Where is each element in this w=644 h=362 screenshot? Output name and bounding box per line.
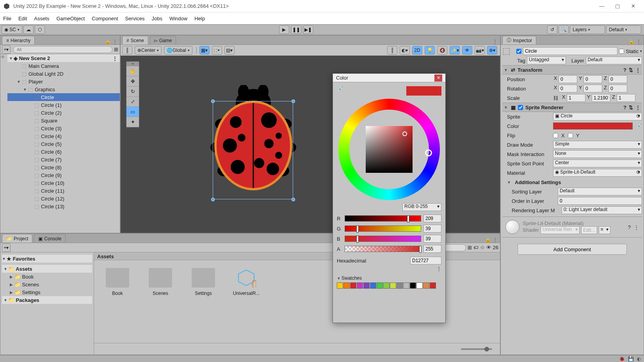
hierarchy-item[interactable]: ⬚Circle (8) bbox=[7, 163, 120, 171]
search-options-icon[interactable]: ⊞ bbox=[114, 46, 118, 52]
inspector-tab[interactable]: ⓘInspector bbox=[502, 36, 536, 44]
hue-cursor[interactable] bbox=[425, 149, 432, 156]
create-asset-dropdown[interactable]: +▾ bbox=[2, 243, 11, 252]
grid-visibility-button[interactable]: ▤▾ bbox=[224, 46, 235, 55]
lock-icon[interactable]: 🔒 bbox=[628, 39, 635, 44]
rect-tool[interactable]: ▭ bbox=[126, 107, 139, 117]
menu-help[interactable]: Help bbox=[194, 16, 205, 21]
hierarchy-tab[interactable]: ≡Hierarchy bbox=[2, 36, 35, 44]
position-z-input[interactable] bbox=[608, 75, 627, 83]
camera-button[interactable]: 📷▾ bbox=[475, 46, 485, 55]
asset-item[interactable]: {}UniversalR... bbox=[231, 268, 262, 335]
asset-item[interactable]: Settings bbox=[188, 268, 219, 335]
toolbar-drag-icon[interactable]: ║ bbox=[122, 46, 132, 55]
layout-dropdown[interactable]: Default bbox=[606, 25, 641, 34]
swatch-item[interactable] bbox=[370, 282, 376, 289]
sorting-layer-dropdown[interactable]: Default bbox=[558, 188, 642, 195]
preset-icon[interactable]: ⇅ bbox=[629, 67, 633, 73]
object-picker-icon[interactable]: ⊙ bbox=[636, 169, 640, 175]
component-menu-icon[interactable]: ⋮ bbox=[635, 67, 640, 73]
hierarchy-item[interactable]: ⬚Circle (11) bbox=[7, 187, 120, 195]
swatch-item[interactable] bbox=[403, 282, 409, 289]
menu-gameobject[interactable]: GameObject bbox=[56, 16, 85, 21]
swatch-item[interactable] bbox=[343, 282, 350, 289]
selection-handle[interactable] bbox=[211, 99, 215, 103]
hierarchy-search-input[interactable] bbox=[13, 46, 112, 53]
hierarchy-item[interactable]: ⬚Circle bbox=[7, 93, 120, 101]
swatches-menu-icon[interactable]: ⋮ bbox=[436, 266, 441, 272]
gizmos-button[interactable]: ⊕▾ bbox=[487, 46, 497, 55]
space-dropdown[interactable]: 🌐Global bbox=[164, 46, 192, 55]
static-checkbox[interactable] bbox=[619, 49, 624, 54]
lock-icon[interactable]: 🔒 bbox=[485, 237, 491, 243]
shader-menu-dropdown[interactable]: ≡ bbox=[599, 226, 610, 234]
b-value-input[interactable] bbox=[423, 235, 441, 243]
order-in-layer-input[interactable] bbox=[558, 197, 642, 205]
project-folder-tree[interactable]: ▼★ Favorites ▼📁 Assets▶📁 Book▶📁 Scenes▶📁… bbox=[0, 252, 94, 355]
asset-zoom-slider[interactable] bbox=[461, 348, 492, 350]
color-picker-close-button[interactable]: ✕ bbox=[434, 75, 442, 82]
mask-interaction-dropdown[interactable]: None bbox=[553, 150, 642, 158]
sprite-object-field[interactable]: ▣ Circle⊙ bbox=[553, 113, 642, 121]
pivot-dropdown[interactable]: ⊕Center bbox=[135, 46, 162, 55]
project-tree-item[interactable]: ▶📁 Settings bbox=[2, 288, 92, 296]
g-value-input[interactable] bbox=[423, 225, 441, 232]
visibility-toggle-icon[interactable]: 👁 bbox=[0, 54, 5, 60]
close-button[interactable]: ✕ bbox=[625, 1, 641, 12]
project-tree-item[interactable]: ▶📁 Book bbox=[2, 273, 92, 280]
scene-lighting-button[interactable]: 💡 bbox=[425, 46, 435, 55]
console-tab[interactable]: ▣Console bbox=[34, 234, 66, 243]
r-slider[interactable] bbox=[345, 215, 421, 222]
scale-z-input[interactable] bbox=[617, 94, 635, 102]
project-tree-item[interactable]: ▼📁 Packages bbox=[2, 296, 92, 304]
hierarchy-item[interactable]: ⬚Circle (4) bbox=[7, 132, 120, 140]
color-mode-dropdown[interactable]: RGB 0-255 bbox=[402, 203, 441, 211]
hierarchy-item[interactable]: ⬚Circle (2) bbox=[7, 109, 120, 117]
hierarchy-item[interactable]: ⬚Circle (6) bbox=[7, 148, 120, 156]
hierarchy-item[interactable]: ⬚Circle (7) bbox=[7, 156, 120, 163]
lock-icon[interactable]: 🔒 bbox=[105, 39, 111, 44]
transform-component-header[interactable]: ▼⇄ Transform ? ⇅ ⋮ bbox=[502, 65, 642, 75]
game-tab[interactable]: ▻Game bbox=[150, 36, 176, 44]
undo-history-button[interactable]: ↺ bbox=[547, 25, 557, 34]
step-button[interactable]: ▶❚ bbox=[303, 25, 313, 34]
position-x-input[interactable] bbox=[559, 75, 577, 83]
hierarchy-item[interactable]: ⬚Circle (5) bbox=[7, 140, 120, 148]
scale-tool[interactable]: ⤢ bbox=[126, 97, 139, 107]
grid-snap-button[interactable]: ▦▾ bbox=[199, 46, 210, 55]
layers-dropdown[interactable]: Layers bbox=[570, 25, 605, 34]
more-icon[interactable]: ⋮ bbox=[493, 39, 498, 44]
material-object-field[interactable]: ◉ Sprite-Lit-Default⊙ bbox=[553, 169, 642, 177]
shading-dropdown[interactable]: ◐▾ bbox=[400, 46, 410, 55]
toolbar-drag-icon[interactable]: ║ bbox=[387, 46, 397, 55]
scene-root[interactable]: ▼◈ New Scene 2 ⋮ bbox=[7, 54, 120, 62]
hierarchy-item[interactable]: ⬚Global Light 2D bbox=[7, 70, 120, 78]
rotation-x-input[interactable] bbox=[559, 85, 577, 92]
asset-item[interactable]: Book bbox=[102, 268, 133, 335]
r-value-input[interactable] bbox=[423, 215, 441, 222]
menu-services[interactable]: Services bbox=[125, 16, 145, 21]
audio-button[interactable]: 🔇 bbox=[437, 46, 447, 55]
hierarchy-item[interactable]: ⬚Circle (3) bbox=[7, 124, 120, 132]
hand-tool[interactable]: ✋ bbox=[126, 66, 139, 76]
search-by-label-icon[interactable]: 🏷 bbox=[473, 245, 479, 250]
component-menu-icon[interactable]: ⋮ bbox=[634, 224, 639, 230]
color-field[interactable] bbox=[553, 122, 633, 130]
swatch-item[interactable] bbox=[377, 282, 383, 289]
menu-component[interactable]: Component bbox=[92, 16, 118, 21]
draw-mode-dropdown[interactable]: Simple bbox=[553, 141, 642, 149]
swatch-item[interactable] bbox=[390, 282, 396, 289]
sprite-renderer-header[interactable]: ▼▦ Sprite Renderer ? ⇅ ⋮ bbox=[502, 103, 642, 112]
favorite-icon[interactable]: ☆ bbox=[480, 245, 485, 250]
swatch-item[interactable] bbox=[397, 282, 403, 289]
g-slider[interactable] bbox=[345, 225, 421, 232]
color-picker-window[interactable]: Color ✕ 💉 RGB 0-255 R G B bbox=[333, 73, 446, 323]
sprite-renderer-enabled-checkbox[interactable] bbox=[518, 105, 523, 110]
sort-point-dropdown[interactable]: Center bbox=[553, 160, 642, 167]
selection-rect[interactable] bbox=[213, 101, 293, 199]
swatch-item[interactable] bbox=[430, 282, 436, 289]
hex-input[interactable] bbox=[410, 257, 441, 264]
position-y-input[interactable] bbox=[584, 75, 602, 83]
constrain-scale-icon[interactable]: ⛓ bbox=[553, 95, 558, 101]
hierarchy-item[interactable]: ⬚Circle (1) bbox=[7, 101, 120, 109]
